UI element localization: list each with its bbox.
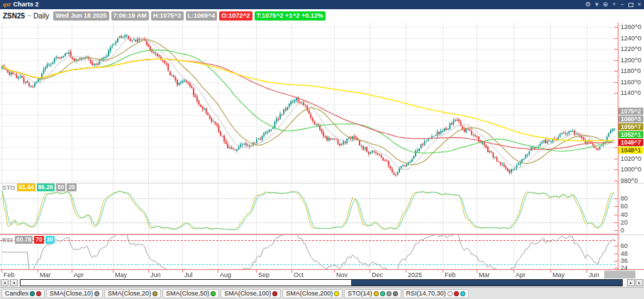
x-axis-label: Apr	[74, 271, 84, 278]
minimize-icon[interactable]: −	[620, 1, 623, 9]
scrollbar-thumb[interactable]	[351, 280, 622, 286]
legend-color-dot	[334, 291, 339, 296]
legend-item-candles[interactable]: Candles	[1, 289, 45, 298]
chevron-down-icon[interactable]: ▾	[595, 1, 599, 9]
x-axis-label: Oct	[294, 271, 304, 278]
sto-axis-label: 80	[621, 195, 628, 202]
quote-badge: H:1075^2	[151, 11, 184, 21]
sto-value-badge: 86.26	[37, 184, 55, 191]
rsi-value-badge: 30	[45, 236, 55, 244]
scrollbar-track[interactable]	[20, 279, 623, 286]
price-axis-label: 980^0	[621, 177, 638, 184]
chart-area[interactable]: 1260^01240^01220^01200^01180^01160^01140…	[0, 22, 644, 279]
symbol-label[interactable]: ZSN25	[3, 12, 25, 20]
legend-color-dot	[380, 291, 385, 296]
x-axis-label: 2025	[408, 271, 422, 278]
rsi-value-badge: 60.78	[15, 236, 33, 244]
rsi-value-badge: 70	[34, 236, 43, 244]
rsi-axis-label: 60	[621, 242, 628, 249]
legend-color-dot	[36, 291, 41, 296]
pin-icon[interactable]: ⊕	[603, 1, 609, 9]
sto-axis-label: 40	[621, 211, 628, 218]
price-axis-label: 1140^0	[621, 89, 641, 96]
sto-axis-label: 60	[621, 203, 628, 210]
price-axis-label: 1020^0	[621, 155, 641, 162]
x-axis-label: Feb	[4, 271, 15, 278]
x-axis-label: May	[115, 271, 127, 278]
quote-badge: T:1075^2 +1^2 +0.12%	[255, 11, 326, 21]
price-axis-badge-sma100: 1049^7	[618, 139, 643, 146]
legend-color-dot	[152, 291, 157, 296]
quote-badge: Wed Jun 18 2025	[53, 11, 109, 21]
price-axis-badge-sma50: 1052^1	[618, 131, 643, 138]
x-axis-label: Nov	[336, 271, 348, 278]
legend-label: Candles	[5, 290, 28, 297]
legend-item-sma-close-20-[interactable]: SMA(Close,20)	[104, 289, 161, 298]
legend-item-sto-14-[interactable]: STO(14)	[344, 289, 401, 298]
legend-label: SMA(Close,50)	[166, 290, 209, 297]
sto-label: STO	[2, 184, 15, 191]
qst-logo-icon: qst	[3, 0, 11, 9]
legend-bar: CandlesSMA(Close,10)SMA(Close,20)SMA(Clo…	[0, 287, 644, 299]
sto-axis-label: 0	[621, 227, 624, 234]
sto-indicator-header: STO91.4486.268020	[2, 184, 77, 191]
price-axis-label: 1260^0	[621, 23, 641, 30]
settings-icon[interactable]: ⚙	[585, 1, 591, 9]
legend-color-dot	[211, 291, 216, 296]
scroll-left-button[interactable]: ◂	[10, 279, 18, 286]
scroll-start-button[interactable]: ◂	[1, 279, 9, 286]
price-axis-label: 1160^0	[621, 79, 641, 86]
price-axis-label: 1220^0	[621, 45, 641, 52]
quote-badge: L:1069^4	[186, 11, 218, 21]
legend-item-sma-close-10-[interactable]: SMA(Close,10)	[46, 289, 103, 298]
price-axis-badge-sma20: 1055^7	[618, 123, 643, 130]
price-axis-label: 1240^0	[621, 35, 641, 42]
rsi-label: RSI	[2, 237, 13, 244]
restore-icon[interactable]	[628, 3, 633, 7]
x-axis-label: Jun	[150, 271, 161, 278]
legend-color-dot	[30, 291, 35, 296]
chart-window: qst Charts 2 ⚙▾⊕+−× ZSN25 ~ Daily Wed Ju…	[0, 0, 644, 299]
legend-item-sma-close-100-[interactable]: SMA(Close,100)	[221, 289, 281, 298]
quote-badge: 7:06:19 AM	[111, 11, 149, 21]
rsi-indicator-header: RSI60.787030	[2, 236, 55, 244]
legend-item-rsi-14-70-30-[interactable]: RSI(14,70,30)	[403, 289, 469, 298]
period-selector[interactable]: Daily	[33, 12, 49, 20]
date-axis-badge	[604, 271, 635, 278]
legend-label: STO(14)	[348, 290, 372, 297]
legend-label: SMA(Close,10)	[50, 290, 93, 297]
close-icon[interactable]: ×	[638, 1, 641, 9]
rsi-axis-label: 48	[621, 250, 628, 257]
x-axis-label: Feb	[445, 271, 456, 278]
legend-item-sma-close-200-[interactable]: SMA(Close,200)	[282, 289, 343, 298]
legend-label: RSI(14,70,30)	[406, 290, 446, 297]
price-axis-badge-last-price: 1075^2	[618, 108, 643, 115]
legend-label: SMA(Close,100)	[224, 290, 271, 297]
legend-color-dot	[393, 291, 398, 296]
x-axis-label: Dec	[372, 271, 383, 278]
sto-value-badge: 80	[56, 184, 65, 191]
legend-color-dot	[460, 291, 465, 296]
legend-item-sma-close-50-[interactable]: SMA(Close,50)	[162, 289, 219, 298]
chart-scrollbar[interactable]: ◂ ◂ ▸ ▸	[0, 279, 644, 287]
scroll-end-button[interactable]: ▸	[635, 279, 643, 286]
legend-color-dot	[272, 291, 277, 296]
quote-badges: Wed Jun 18 20257:06:19 AMH:1075^2L:1069^…	[53, 11, 325, 21]
x-axis-label: Jun	[589, 271, 599, 278]
price-axis-label: 1200^0	[621, 57, 641, 64]
window-titlebar[interactable]: qst Charts 2 ⚙▾⊕+−×	[0, 0, 644, 9]
scroll-right-button[interactable]: ▸	[627, 279, 635, 286]
price-axis-label: 1000^0	[621, 166, 641, 173]
price-axis-label: 1180^0	[621, 67, 641, 74]
x-axis-label: Aug	[220, 271, 231, 278]
legend-color-dot	[454, 291, 459, 296]
x-axis-label: Jul	[184, 271, 193, 278]
price-chart-canvas[interactable]	[0, 22, 644, 279]
sto-axis-label: 20	[621, 219, 628, 226]
rsi-axis-label: 36	[621, 257, 628, 264]
x-axis-label: Sep	[258, 271, 270, 278]
symbol-period-separator: ~	[27, 12, 31, 20]
window-controls: ⚙▾⊕+−×	[585, 1, 641, 9]
move-icon[interactable]: +	[612, 1, 616, 9]
legend-color-dot	[387, 291, 392, 296]
